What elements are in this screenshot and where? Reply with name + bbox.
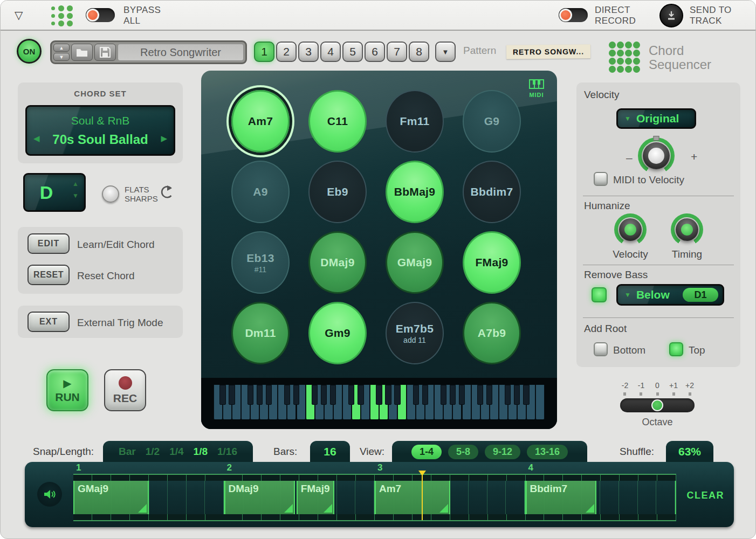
preset-name-field[interactable]: Retro Songwriter	[118, 44, 244, 61]
view-range-5-8[interactable]: 5-8	[448, 445, 478, 459]
plugin-on-button[interactable]: ON	[17, 39, 42, 64]
chord-pad-G9[interactable]: G9	[463, 90, 521, 153]
pattern-name-tag[interactable]: RETRO SONGW...	[506, 44, 590, 59]
preset-up-button[interactable]: ▲	[53, 44, 70, 52]
ext-trig-button[interactable]: EXT	[28, 312, 70, 332]
remove-bass-checkbox[interactable]	[592, 287, 607, 302]
chord-block-DMaj9[interactable]: DMaj9	[224, 475, 295, 520]
audition-button[interactable]	[37, 482, 62, 507]
chord-block-FMaj9[interactable]: FMaj9	[297, 475, 334, 520]
reset-chord-button[interactable]: RESET	[28, 265, 70, 285]
piano-black-key-7[interactable]	[284, 385, 290, 405]
chord-pad-A7b9[interactable]: A7b9	[463, 302, 521, 364]
piano-black-key-32[interactable]	[514, 385, 520, 405]
add-root-bottom-checkbox[interactable]	[594, 342, 608, 356]
chord-pad-DMaj9[interactable]: DMaj9	[308, 231, 367, 294]
piano-black-key-5[interactable]	[266, 385, 272, 405]
preset-save-button[interactable]	[94, 44, 116, 61]
piano-black-key-3[interactable]	[248, 385, 253, 405]
chord-pad-Bbdim7[interactable]: Bbdim7	[463, 161, 521, 223]
velocity-mode-dropdown[interactable]: ▼ Original	[616, 108, 696, 129]
chord-pad-A9[interactable]: A9	[231, 161, 290, 223]
piano-black-key-15[interactable]	[358, 385, 363, 405]
piano-black-key-18[interactable]	[385, 385, 391, 405]
piano-black-key-26[interactable]	[459, 385, 465, 405]
clear-button[interactable]: CLEAR	[687, 490, 725, 501]
piano-black-key-19[interactable]	[394, 385, 400, 405]
chord-pad-Am7[interactable]: Am7	[231, 90, 290, 153]
snap-option-1/8[interactable]: 1/8	[194, 446, 208, 458]
run-button[interactable]: ▶ RUN	[46, 369, 88, 411]
snap-option-1/16[interactable]: 1/16	[217, 446, 237, 458]
playhead[interactable]	[422, 471, 423, 520]
block-resize-handle[interactable]	[284, 504, 293, 513]
pattern-slot-3[interactable]: 3	[298, 42, 319, 62]
piano-black-key-1[interactable]	[229, 385, 235, 405]
piano-black-key-10[interactable]	[312, 385, 318, 405]
view-range-9-12[interactable]: 9-12	[485, 445, 520, 459]
piano-black-key-22[interactable]	[422, 385, 428, 405]
pattern-slot-7[interactable]: 7	[387, 42, 407, 62]
pattern-slot-1[interactable]: 1	[254, 42, 274, 62]
octave-slider[interactable]	[620, 398, 695, 412]
chord-pad-Fm11[interactable]: Fm11	[386, 90, 444, 153]
chord-set-prev-icon[interactable]: ◀	[33, 134, 40, 143]
block-resize-handle[interactable]	[586, 504, 594, 513]
collapse-icon[interactable]: ▽	[15, 9, 23, 22]
send-to-track-button[interactable]	[659, 4, 683, 27]
direct-record-toggle[interactable]	[559, 8, 588, 22]
bypass-toggle-knob[interactable]	[86, 9, 99, 22]
key-up-icon[interactable]: ▲	[72, 180, 79, 188]
humanize-velocity-knob[interactable]	[614, 213, 647, 246]
view-range-1-4[interactable]: 1-4	[411, 445, 442, 459]
pattern-slot-2[interactable]: 2	[276, 42, 297, 62]
piano-black-key-11[interactable]	[321, 385, 327, 405]
piano-black-key-24[interactable]	[441, 385, 446, 405]
chord-set-next-icon[interactable]: ▶	[161, 134, 167, 143]
view-range-13-16[interactable]: 13-16	[527, 445, 568, 459]
piano-black-key-12[interactable]	[330, 385, 336, 405]
preset-load-button[interactable]	[71, 44, 93, 61]
chord-pad-Dm11[interactable]: Dm11	[231, 302, 290, 364]
piano-white-key-35[interactable]	[535, 385, 545, 419]
pattern-dropdown-button[interactable]: ▼	[435, 42, 456, 62]
piano-black-key-29[interactable]	[486, 385, 492, 405]
preset-down-button[interactable]: ▼	[53, 53, 70, 61]
block-resize-handle[interactable]	[138, 504, 147, 513]
piano-black-key-28[interactable]	[477, 385, 483, 405]
octave-slider-knob[interactable]	[651, 399, 663, 411]
snap-option-1/4[interactable]: 1/4	[169, 446, 183, 458]
chord-block-Bbdim7[interactable]: Bbdim7	[526, 475, 596, 520]
chord-pad-FMaj9[interactable]: FMaj9	[463, 231, 521, 294]
snap-option-Bar[interactable]: Bar	[119, 446, 136, 458]
shuffle-tab[interactable]: 63%	[666, 441, 713, 462]
block-resize-handle[interactable]	[324, 504, 332, 513]
chord-pad-BbMaj9[interactable]: BbMaj9	[386, 161, 444, 223]
chord-block-GMaj9[interactable]: GMaj9	[73, 475, 149, 520]
snap-option-1/2[interactable]: 1/2	[146, 446, 160, 458]
pattern-slot-6[interactable]: 6	[365, 42, 385, 62]
flats-sharps-button[interactable]	[102, 185, 119, 203]
humanize-timing-knob[interactable]	[671, 213, 703, 246]
pattern-slot-4[interactable]: 4	[320, 42, 341, 62]
chord-block-Am7[interactable]: Am7	[375, 475, 450, 520]
chord-pad-Eb9[interactable]: Eb9	[308, 161, 367, 223]
chord-pad-C11[interactable]: C11	[308, 90, 367, 153]
direct-record-toggle-knob[interactable]	[559, 9, 572, 22]
piano-black-key-21[interactable]	[413, 385, 419, 405]
key-selector[interactable]: D ▲ ▼	[23, 173, 86, 212]
chord-pad-Eb13[interactable]: Eb13#11	[231, 231, 290, 294]
block-resize-handle[interactable]	[439, 504, 448, 513]
piano-black-key-33[interactable]	[523, 385, 529, 405]
bars-tab[interactable]: 16	[310, 441, 350, 462]
piano-black-key-4[interactable]	[257, 385, 263, 405]
midi-to-velocity-checkbox[interactable]	[594, 172, 608, 186]
rec-button[interactable]: REC	[104, 369, 146, 411]
chord-pad-Gm9[interactable]: Gm9	[308, 302, 367, 364]
chord-pad-GMaj9[interactable]: GMaj9	[386, 231, 444, 294]
edit-chord-button[interactable]: EDIT	[28, 233, 70, 254]
key-down-icon[interactable]: ▼	[72, 192, 79, 199]
piano-black-key-31[interactable]	[505, 385, 511, 405]
piano-black-key-17[interactable]	[376, 385, 382, 405]
piano-black-key-14[interactable]	[348, 385, 354, 405]
